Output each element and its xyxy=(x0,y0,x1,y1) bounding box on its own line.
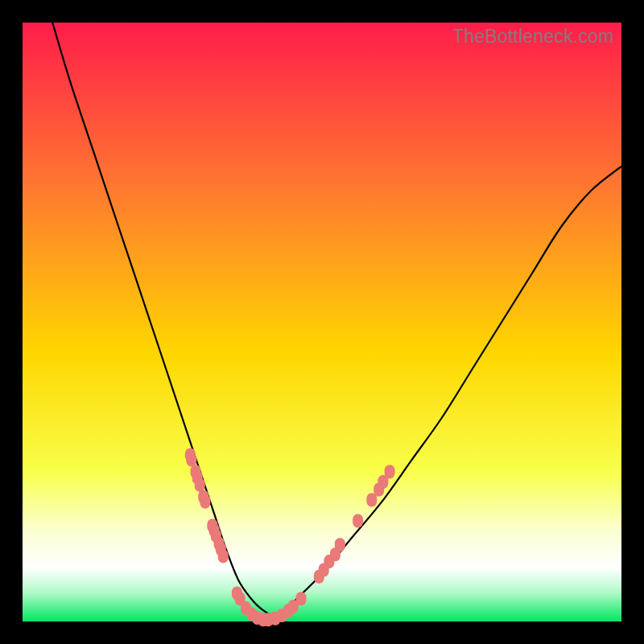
chart-plot xyxy=(23,23,621,621)
curve-marker xyxy=(200,495,210,509)
bottleneck-curve xyxy=(52,23,621,616)
curve-marker xyxy=(195,478,205,492)
watermark-label: TheBottleneck.com xyxy=(452,26,613,47)
curve-marker xyxy=(353,514,363,528)
curve-marker xyxy=(186,453,196,467)
curve-marker xyxy=(335,538,345,551)
curve-markers xyxy=(185,448,395,627)
curve-marker xyxy=(218,549,229,563)
chart-frame: TheBottleneck.com xyxy=(23,23,621,621)
curve-marker xyxy=(296,592,307,605)
curve-marker xyxy=(385,465,395,479)
